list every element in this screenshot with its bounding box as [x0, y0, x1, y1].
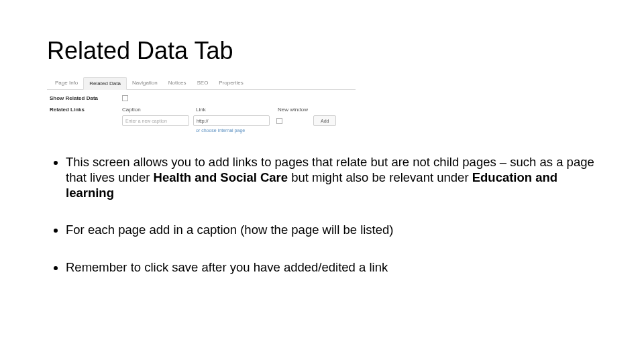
embedded-screenshot: Page Info Related Data Navigation Notice…: [47, 77, 356, 135]
link-input[interactable]: http://: [193, 115, 270, 126]
tab-page-info[interactable]: Page Info: [50, 77, 83, 89]
bullet-2: For each page add in a caption (how the …: [66, 222, 600, 237]
show-related-label: Show Related Data: [50, 95, 122, 101]
caption-input[interactable]: Enter a new caption: [122, 115, 189, 126]
page-title: Related Data Tab: [47, 37, 600, 65]
bullet-list: This screen allows you to add links to p…: [47, 154, 600, 275]
tab-properties[interactable]: Properties: [213, 77, 248, 89]
bullet-3: Remember to click save after you have ad…: [66, 259, 600, 275]
tab-bar: Page Info Related Data Navigation Notice…: [47, 77, 356, 90]
tab-seo[interactable]: SEO: [191, 77, 213, 89]
column-header-link: Link: [196, 107, 278, 113]
related-links-label: Related Links: [50, 107, 122, 133]
new-window-checkbox[interactable]: [276, 118, 282, 124]
tab-notices[interactable]: Notices: [163, 77, 192, 89]
bullet-1-bold-1: Health and Social Care: [154, 170, 288, 184]
choose-internal-link[interactable]: or choose internal page: [196, 128, 353, 133]
bullet-1: This screen allows you to add links to p…: [66, 154, 600, 200]
column-header-caption: Caption: [122, 107, 196, 113]
show-related-checkbox[interactable]: [122, 95, 128, 101]
add-button[interactable]: Add: [313, 115, 336, 126]
tab-related-data[interactable]: Related Data: [83, 77, 127, 90]
column-header-new-window: New window: [278, 107, 318, 113]
tab-navigation[interactable]: Navigation: [127, 77, 163, 89]
bullet-1-text-b: but might also be relevant under: [288, 170, 472, 184]
